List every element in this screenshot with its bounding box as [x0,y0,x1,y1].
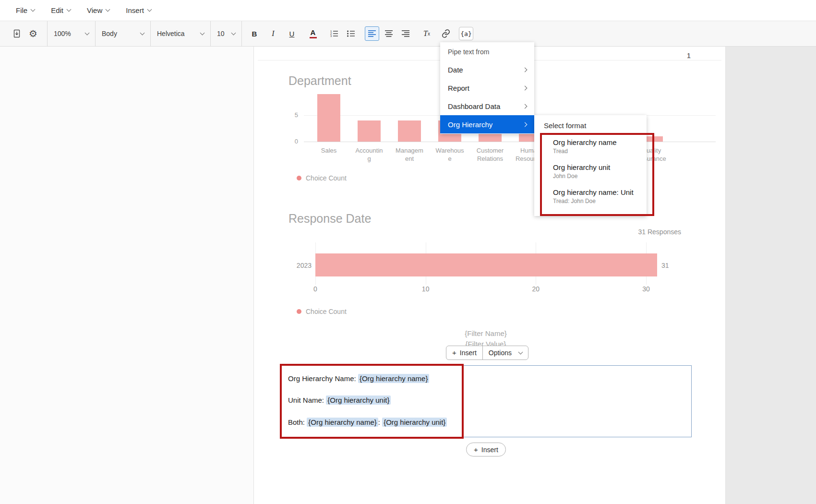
export-button[interactable] [11,25,23,42]
bullet-list-button[interactable] [345,25,357,42]
menu-file-label: File [16,6,27,14]
menu-bar: File Edit View Insert [0,0,816,21]
font-size-select[interactable]: 10 [210,21,242,47]
filter-name-placeholder: {Filter Name} [390,329,582,337]
piped-text-icon: {a} [460,30,471,37]
legend-label: Choice Count [306,308,347,315]
chevron-right-icon [523,104,528,108]
chart1-category-label: Sales [313,146,344,155]
piped-token[interactable]: {Org hierarchy name} [358,374,430,383]
menu-insert[interactable]: Insert [126,6,151,14]
align-right-button[interactable] [398,26,413,41]
format-example: Tread [553,148,641,155]
align-left-button[interactable] [365,26,379,41]
font-family-select[interactable]: Helvetica [150,21,210,47]
menu-edit[interactable]: Edit [51,6,71,14]
page-number: 1 [687,51,691,60]
italic-label: I [272,29,274,38]
chart2-xtick-label: 0 [306,285,325,293]
chevron-down-icon [231,30,236,35]
menu-item-date[interactable]: Date [440,60,534,79]
paragraph-style-select[interactable]: Body [95,21,150,47]
italic-button[interactable]: I [267,25,279,42]
menu-item-label: Org Hierarchy [448,120,492,129]
align-center-icon [384,30,393,37]
format-org-hierarchy-name-unit[interactable]: Org hierarchy name: Unit Tread: John Doe [534,184,647,209]
chart1-bar [358,120,381,142]
format-org-hierarchy-unit[interactable]: Org hierarchy unit John Doe [534,159,647,184]
underline-button[interactable]: U [286,25,298,42]
menu-item-org-hierarchy[interactable]: Org Hierarchy [440,115,534,133]
department-chart-title: Department [288,74,351,88]
chevron-down-icon [106,7,110,12]
chevron-right-icon [523,85,528,90]
chart2-bar [315,253,657,276]
settings-button[interactable]: ⚙ [27,25,39,42]
bold-button[interactable]: B [248,25,261,42]
menu-view[interactable]: View [87,6,109,14]
chart1-category-label: Accounting [354,146,384,163]
text-line-2[interactable]: Unit Name: {Org hierarchy unit} [288,396,391,404]
chart1-bar [317,94,340,142]
zoom-select[interactable]: 100% [47,21,95,47]
align-right-icon [401,30,410,37]
chevron-down-icon [147,7,152,12]
text-line-3[interactable]: Both: {Org hierarchy name}: {Org hierarc… [288,418,447,426]
text-prefix: Both: [288,418,307,426]
text-line-1[interactable]: Org Hierarchy Name: {Org hierarchy name} [288,374,429,383]
text-prefix: Org Hierarchy Name: [288,374,358,383]
piped-token[interactable]: {Org hierarchy name} [307,418,378,427]
chevron-down-icon [518,349,523,354]
font-family-value: Helvetica [157,30,185,37]
chevron-down-icon [31,7,36,12]
chevron-right-icon [523,67,528,72]
responses-count: 31 Responses [638,228,681,236]
menu-file[interactable]: File [16,6,35,14]
chart1-ytick-label: 5 [284,111,298,119]
response-date-chart-legend: Choice Count [297,308,347,315]
menu-edit-label: Edit [51,6,63,14]
menu-view-label: View [87,6,102,14]
legend-dot-icon [297,309,301,314]
export-icon [12,29,22,38]
menu-item-dashboard-data[interactable]: Dashboard Data [440,97,534,115]
piped-text-button[interactable]: {a} [459,27,473,40]
insert-button[interactable]: + Insert [446,346,483,360]
chart1-category-label: Management [394,146,425,163]
bold-label: B [252,30,257,38]
menu-item-label: Report [448,84,469,92]
pipe-text-menu: Pipe text from Date Report Dashboard Dat… [440,42,534,134]
bullet-list-icon [347,30,355,37]
chart1-gridline [304,142,716,142]
options-button[interactable]: Options [483,346,528,360]
underline-label: U [289,30,295,38]
plus-icon: + [474,446,478,453]
format-example: Tread: John Doe [553,198,641,204]
link-button[interactable] [440,25,452,42]
menu-insert-label: Insert [126,6,144,14]
chart2-xtick-label: 30 [636,285,656,293]
piped-token[interactable]: {Org hierarchy unit} [382,418,447,427]
clear-formatting-sub: x [428,31,430,36]
toolbar-dropdowns: 100% Body Helvetica 10 [47,21,242,47]
piped-token[interactable]: {Org hierarchy unit} [326,396,391,405]
chart1-category-label: Customer Relations [475,146,505,163]
format-label: Org hierarchy unit [553,163,641,171]
bottom-insert-button[interactable]: + Insert [466,443,506,456]
text-color-button[interactable]: A [307,25,319,42]
menu-item-label: Date [448,66,463,74]
chevron-down-icon [85,30,90,35]
clear-formatting-button[interactable]: Tx [420,25,433,42]
chart2-xtick-label: 10 [416,285,435,293]
format-label: Org hierarchy name: Unit [553,188,641,196]
response-date-chart-title: Response Date [288,212,371,226]
text-color-label: A [311,29,316,36]
format-org-hierarchy-name[interactable]: Org hierarchy name Tread [534,134,647,159]
align-center-button[interactable] [382,26,396,41]
menu-item-report[interactable]: Report [440,79,534,97]
align-left-icon [368,30,376,37]
chart1-category-label: Warehouse [434,146,465,163]
zoom-value: 100% [54,30,71,37]
numbered-list-button[interactable]: 123 [328,25,340,42]
chart2-value-label: 31 [661,262,669,269]
